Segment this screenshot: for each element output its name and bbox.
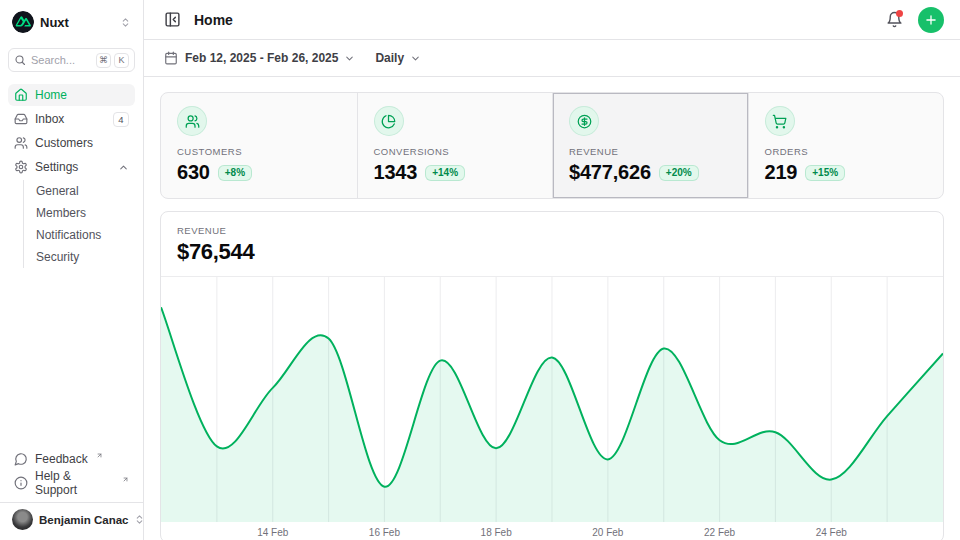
chart-label: REVENUE [177, 225, 927, 236]
chevrons-up-down-icon [120, 17, 131, 28]
sidebar-footer-links: Feedback Help & Support [8, 448, 135, 494]
stat-value: 219 [765, 161, 798, 184]
nuxt-logo-icon [12, 11, 34, 33]
stat-card-revenue[interactable]: REVENUE $477,626 +20% [552, 93, 748, 198]
search-shortcut: ⌘ K [96, 53, 129, 68]
help-support-link[interactable]: Help & Support [8, 472, 135, 494]
x-axis-label: 24 Feb [816, 527, 847, 538]
chart-header: REVENUE $76,544 [161, 212, 943, 277]
team-name: Nuxt [40, 15, 114, 30]
x-axis-label: 18 Feb [481, 527, 512, 538]
house-icon [14, 88, 28, 102]
stat-delta-badge: +14% [425, 165, 465, 181]
stat-label: ORDERS [765, 146, 928, 157]
date-range-picker[interactable]: Feb 12, 2025 - Feb 26, 2025 [156, 46, 363, 70]
sidebar-item-notifications[interactable]: Notifications [36, 224, 135, 246]
panel-left-close-icon [164, 11, 181, 28]
chevron-up-icon [118, 162, 129, 173]
filter-toolbar: Feb 12, 2025 - Feb 26, 2025 Daily [144, 40, 960, 77]
revenue-chart[interactable] [161, 277, 943, 522]
info-icon [14, 476, 28, 490]
external-link-icon [122, 476, 129, 483]
sidebar-item-customers[interactable]: Customers [8, 132, 135, 154]
feedback-link[interactable]: Feedback [8, 448, 135, 470]
x-axis-label: 14 Feb [257, 527, 288, 538]
search-placeholder: Search... [31, 54, 91, 66]
settings-sub-list: General Members Notifications Security [23, 180, 135, 268]
sidebar-item-home[interactable]: Home [8, 84, 135, 106]
sidebar-item-label: Inbox [35, 112, 106, 126]
page-title: Home [194, 12, 233, 28]
kbd-k: K [114, 53, 129, 68]
stat-label: REVENUE [569, 146, 732, 157]
user-name: Benjamin Canac [39, 514, 128, 526]
sidebar-nav: Home Inbox 4 Customers Settings [8, 84, 135, 268]
stat-card-conversions[interactable]: CONVERSIONS 1343 +14% [357, 93, 553, 198]
stat-value: 1343 [374, 161, 418, 184]
sidebar-item-label: Settings [35, 160, 111, 174]
sidebar-item-settings[interactable]: Settings [8, 156, 135, 178]
users-icon [177, 106, 207, 136]
stat-delta-badge: +20% [659, 165, 699, 181]
collapse-sidebar-button[interactable] [160, 8, 184, 32]
stat-label: CUSTOMERS [177, 146, 341, 157]
kbd-cmd: ⌘ [96, 53, 111, 68]
stat-card-customers[interactable]: CUSTOMERS 630 +8% [161, 93, 357, 198]
user-menu[interactable]: Benjamin Canac [8, 503, 135, 532]
revenue-chart-card: REVENUE $76,544 14 Feb16 Feb18 Feb20 Feb… [160, 211, 944, 540]
calendar-icon [164, 51, 178, 65]
chevron-down-icon [410, 53, 421, 64]
stat-card-orders[interactable]: ORDERS 219 +15% [748, 93, 944, 198]
stat-label: CONVERSIONS [374, 146, 537, 157]
add-button[interactable] [918, 7, 944, 33]
notification-dot [896, 10, 903, 17]
inbox-icon [14, 112, 28, 126]
users-icon [14, 136, 28, 150]
pie-chart-icon [374, 106, 404, 136]
sidebar-item-general[interactable]: General [36, 180, 135, 202]
chart-value: $76,544 [177, 239, 927, 265]
speech-bubble-icon [14, 452, 28, 466]
search-icon [14, 54, 26, 66]
cart-icon [765, 106, 795, 136]
sidebar: Nuxt Search... ⌘ K Home [0, 0, 144, 540]
sidebar-item-label: Customers [35, 136, 129, 150]
granularity-value: Daily [375, 51, 404, 65]
revenue-chart-svg [161, 277, 943, 522]
avatar [12, 509, 33, 530]
main-area: Home Feb 12, 2025 - Feb 26, 2025 [144, 0, 960, 540]
help-support-label: Help & Support [35, 469, 114, 497]
sidebar-item-security[interactable]: Security [36, 246, 135, 268]
chevron-down-icon [344, 53, 355, 64]
inbox-count-badge: 4 [113, 112, 129, 127]
sidebar-item-inbox[interactable]: Inbox 4 [8, 108, 135, 130]
search-input[interactable]: Search... ⌘ K [8, 48, 135, 72]
page-content: CUSTOMERS 630 +8% CONVERSIONS 1343 +14% [144, 77, 960, 540]
stat-value: 630 [177, 161, 210, 184]
sidebar-item-label: Home [35, 88, 129, 102]
stat-delta-badge: +8% [218, 165, 252, 181]
stats-row: CUSTOMERS 630 +8% CONVERSIONS 1343 +14% [160, 92, 944, 199]
team-switcher[interactable]: Nuxt [8, 8, 135, 36]
dollar-circle-icon [569, 106, 599, 136]
page-header: Home [144, 0, 960, 40]
external-link-icon [96, 452, 103, 459]
feedback-label: Feedback [35, 452, 88, 466]
date-range-value: Feb 12, 2025 - Feb 26, 2025 [185, 51, 338, 65]
plus-icon [924, 13, 938, 27]
x-axis-label: 22 Feb [704, 527, 735, 538]
granularity-select[interactable]: Daily [367, 46, 429, 70]
x-axis-label: 20 Feb [592, 527, 623, 538]
x-axis-label: 16 Feb [369, 527, 400, 538]
gear-icon [14, 160, 28, 174]
dashboard: Nuxt Search... ⌘ K Home [0, 0, 960, 540]
stat-delta-badge: +15% [805, 165, 845, 181]
sidebar-item-members[interactable]: Members [36, 202, 135, 224]
stat-value: $477,626 [569, 161, 651, 184]
x-axis-labels: 14 Feb16 Feb18 Feb20 Feb22 Feb24 Feb [161, 522, 943, 540]
notifications-button[interactable] [880, 6, 908, 34]
